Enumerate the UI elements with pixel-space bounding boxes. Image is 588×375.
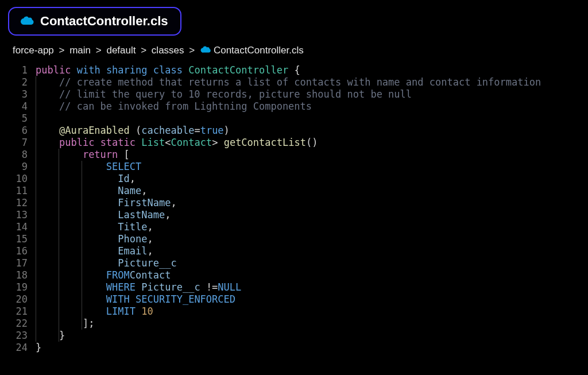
line-number: 20 xyxy=(10,293,28,306)
code-line: WITH SECURITY_ENFORCED xyxy=(36,293,541,306)
breadcrumb-file[interactable]: ContactController.cls xyxy=(214,45,304,56)
chevron-right-icon: > xyxy=(56,45,67,56)
line-number: 10 xyxy=(10,173,28,185)
code-line: @AuraEnabled (cacheable=true) xyxy=(36,125,541,137)
line-number: 3 xyxy=(10,88,28,100)
code-line: } xyxy=(36,330,541,342)
line-number: 9 xyxy=(10,161,28,173)
code-line: LIMIT 10 xyxy=(36,306,541,318)
line-number: 18 xyxy=(10,269,28,281)
line-number: 6 xyxy=(10,125,28,137)
line-number: 23 xyxy=(10,330,28,342)
line-number: 13 xyxy=(10,209,28,221)
line-number: 21 xyxy=(10,306,28,318)
line-number: 24 xyxy=(10,342,28,354)
code-line: // can be invoked from Lightning Compone… xyxy=(36,100,541,113)
line-number: 16 xyxy=(10,245,28,257)
file-tab[interactable]: ContactController.cls xyxy=(8,7,181,36)
code-line: // limit the query to 10 records, pictur… xyxy=(36,88,541,100)
code-line: FirstName, xyxy=(36,197,541,209)
chevron-right-icon: > xyxy=(187,45,198,56)
file-tab-label: ContactController.cls xyxy=(40,14,168,29)
code-line: Picture__c xyxy=(36,257,541,269)
line-number: 19 xyxy=(10,281,28,293)
code-editor[interactable]: 1 2 3 4 5 6 7 8 9 10 11 12 13 14 15 16 1… xyxy=(10,64,580,354)
line-number: 14 xyxy=(10,221,28,233)
line-number: 22 xyxy=(10,318,28,330)
line-number: 17 xyxy=(10,257,28,269)
code-line: FROMContact xyxy=(36,269,541,281)
code-line: LastName, xyxy=(36,209,541,221)
chevron-right-icon: > xyxy=(138,45,149,56)
code-line: ]; xyxy=(36,318,541,330)
code-line: Id, xyxy=(36,173,541,185)
line-number: 11 xyxy=(10,185,28,197)
breadcrumb: force-app > main > default > classes > C… xyxy=(13,45,580,56)
line-number: 12 xyxy=(10,197,28,209)
line-number: 2 xyxy=(10,76,28,88)
code-line: // create method that returns a list of … xyxy=(36,76,541,88)
salesforce-cloud-icon xyxy=(20,16,34,26)
line-number: 15 xyxy=(10,233,28,245)
line-number-gutter: 1 2 3 4 5 6 7 8 9 10 11 12 13 14 15 16 1… xyxy=(10,64,36,354)
code-line xyxy=(36,113,541,125)
breadcrumb-segment[interactable]: main xyxy=(69,45,91,56)
code-content[interactable]: public with sharing class ContactControl… xyxy=(36,64,541,354)
code-line: public static List<Contact> getContactLi… xyxy=(36,137,541,149)
code-line: Email, xyxy=(36,245,541,257)
code-line: SELECT xyxy=(36,161,541,173)
code-line: WHERE Picture__c !=NULL xyxy=(36,281,541,293)
line-number: 1 xyxy=(10,64,28,76)
breadcrumb-segment[interactable]: classes xyxy=(152,45,184,56)
code-line: Title, xyxy=(36,221,541,233)
code-line: public with sharing class ContactControl… xyxy=(36,64,541,76)
breadcrumb-segment[interactable]: force-app xyxy=(13,45,54,56)
line-number: 4 xyxy=(10,100,28,113)
code-line: } xyxy=(36,342,541,354)
code-line: Phone, xyxy=(36,233,541,245)
breadcrumb-segment[interactable]: default xyxy=(106,45,136,56)
line-number: 8 xyxy=(10,149,28,161)
line-number: 7 xyxy=(10,137,28,149)
code-line: Name, xyxy=(36,185,541,197)
line-number: 5 xyxy=(10,113,28,125)
code-line: return [ xyxy=(36,149,541,161)
chevron-right-icon: > xyxy=(93,45,104,56)
salesforce-cloud-icon xyxy=(200,45,211,57)
